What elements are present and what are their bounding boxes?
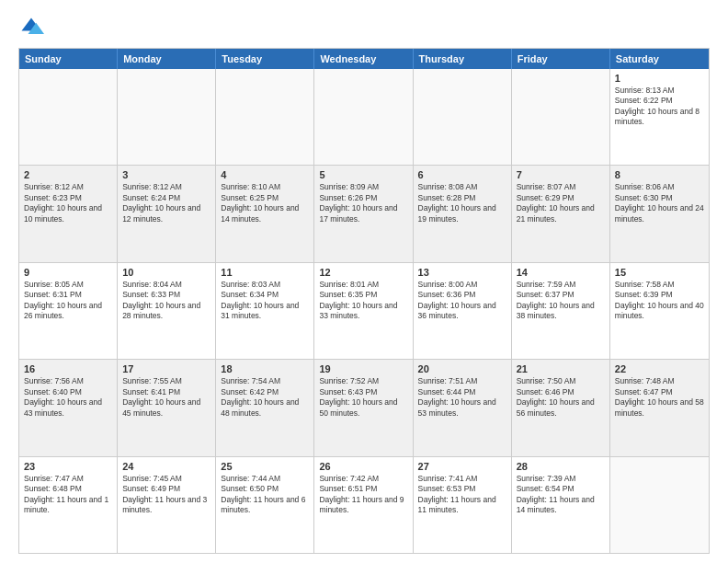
calendar-cell-6: 6Sunrise: 8:08 AM Sunset: 6:28 PM Daylig…: [414, 166, 512, 261]
calendar-cell-15: 15Sunrise: 7:58 AM Sunset: 6:39 PM Dayli…: [610, 263, 709, 359]
calendar-cell-empty-6: [610, 457, 709, 553]
day-number: 25: [221, 461, 309, 472]
calendar-cell-27: 27Sunrise: 7:41 AM Sunset: 6:53 PM Dayli…: [414, 457, 512, 553]
day-info: Sunrise: 7:56 AM Sunset: 6:40 PM Dayligh…: [24, 376, 112, 419]
day-info: Sunrise: 8:07 AM Sunset: 6:29 PM Dayligh…: [517, 182, 605, 224]
calendar-header: SundayMondayTuesdayWednesdayThursdayFrid…: [19, 49, 709, 69]
day-info: Sunrise: 8:00 AM Sunset: 6:36 PM Dayligh…: [418, 280, 506, 322]
day-number: 8: [615, 169, 704, 180]
calendar-cell-25: 25Sunrise: 7:44 AM Sunset: 6:50 PM Dayli…: [216, 457, 314, 553]
day-info: Sunrise: 7:51 AM Sunset: 6:44 PM Dayligh…: [418, 376, 506, 419]
day-number: 22: [615, 363, 704, 374]
calendar-cell-11: 11Sunrise: 8:03 AM Sunset: 6:34 PM Dayli…: [216, 263, 314, 359]
calendar-cell-empty-3: [314, 69, 413, 165]
day-number: 20: [418, 363, 506, 374]
calendar-row-2: 9Sunrise: 8:05 AM Sunset: 6:31 PM Daylig…: [19, 263, 709, 360]
day-info: Sunrise: 7:54 AM Sunset: 6:42 PM Dayligh…: [221, 376, 309, 419]
calendar-body: 1Sunrise: 8:13 AM Sunset: 6:22 PM Daylig…: [19, 69, 709, 553]
calendar-cell-2: 2Sunrise: 8:12 AM Sunset: 6:23 PM Daylig…: [19, 166, 118, 261]
day-number: 27: [418, 461, 506, 472]
calendar-row-0: 1Sunrise: 8:13 AM Sunset: 6:22 PM Daylig…: [19, 69, 709, 166]
day-number: 4: [221, 169, 309, 180]
calendar-row-3: 16Sunrise: 7:56 AM Sunset: 6:40 PM Dayli…: [19, 360, 709, 456]
calendar-cell-13: 13Sunrise: 8:00 AM Sunset: 6:36 PM Dayli…: [414, 263, 512, 359]
calendar-row-4: 23Sunrise: 7:47 AM Sunset: 6:48 PM Dayli…: [19, 457, 709, 553]
calendar-cell-7: 7Sunrise: 8:07 AM Sunset: 6:29 PM Daylig…: [512, 166, 610, 261]
day-number: 2: [24, 169, 112, 180]
day-info: Sunrise: 7:39 AM Sunset: 6:54 PM Dayligh…: [517, 474, 605, 516]
day-info: Sunrise: 7:52 AM Sunset: 6:43 PM Dayligh…: [319, 376, 407, 419]
day-info: Sunrise: 7:44 AM Sunset: 6:50 PM Dayligh…: [221, 474, 309, 516]
day-number: 12: [319, 267, 407, 278]
day-number: 13: [418, 267, 506, 278]
day-number: 15: [615, 267, 704, 278]
calendar-cell-19: 19Sunrise: 7:52 AM Sunset: 6:43 PM Dayli…: [314, 360, 413, 455]
day-info: Sunrise: 7:58 AM Sunset: 6:39 PM Dayligh…: [615, 280, 704, 322]
calendar-cell-8: 8Sunrise: 8:06 AM Sunset: 6:30 PM Daylig…: [610, 166, 709, 261]
day-info: Sunrise: 7:47 AM Sunset: 6:48 PM Dayligh…: [24, 474, 112, 516]
day-info: Sunrise: 8:06 AM Sunset: 6:30 PM Dayligh…: [615, 182, 704, 224]
day-info: Sunrise: 8:04 AM Sunset: 6:33 PM Dayligh…: [122, 280, 210, 322]
calendar-cell-14: 14Sunrise: 7:59 AM Sunset: 6:37 PM Dayli…: [512, 263, 610, 359]
calendar: SundayMondayTuesdayWednesdayThursdayFrid…: [18, 48, 710, 554]
logo-icon: [18, 15, 44, 40]
calendar-cell-empty-1: [118, 69, 216, 165]
header-day-monday: Monday: [118, 49, 216, 69]
day-number: 9: [24, 267, 112, 278]
header-day-sunday: Sunday: [19, 49, 118, 69]
calendar-cell-28: 28Sunrise: 7:39 AM Sunset: 6:54 PM Dayli…: [512, 457, 610, 553]
calendar-cell-empty-4: [414, 69, 512, 165]
day-info: Sunrise: 8:12 AM Sunset: 6:23 PM Dayligh…: [24, 182, 112, 224]
day-number: 10: [122, 267, 210, 278]
calendar-cell-26: 26Sunrise: 7:42 AM Sunset: 6:51 PM Dayli…: [314, 457, 413, 553]
day-number: 14: [517, 267, 605, 278]
day-number: 17: [122, 363, 210, 374]
day-info: Sunrise: 7:59 AM Sunset: 6:37 PM Dayligh…: [517, 280, 605, 322]
calendar-cell-9: 9Sunrise: 8:05 AM Sunset: 6:31 PM Daylig…: [19, 263, 118, 359]
header-day-friday: Friday: [512, 49, 610, 69]
calendar-cell-empty-0: [19, 69, 118, 165]
day-number: 24: [122, 461, 210, 472]
day-number: 21: [517, 363, 605, 374]
day-number: 11: [221, 267, 309, 278]
calendar-cell-1: 1Sunrise: 8:13 AM Sunset: 6:22 PM Daylig…: [610, 69, 709, 165]
calendar-cell-23: 23Sunrise: 7:47 AM Sunset: 6:48 PM Dayli…: [19, 457, 118, 553]
header: [18, 15, 710, 40]
day-info: Sunrise: 8:01 AM Sunset: 6:35 PM Dayligh…: [319, 280, 407, 322]
day-info: Sunrise: 8:10 AM Sunset: 6:25 PM Dayligh…: [221, 182, 309, 224]
calendar-cell-empty-5: [512, 69, 610, 165]
calendar-cell-3: 3Sunrise: 8:12 AM Sunset: 6:24 PM Daylig…: [118, 166, 216, 261]
day-number: 7: [517, 169, 605, 180]
day-number: 16: [24, 363, 112, 374]
calendar-cell-empty-2: [216, 69, 314, 165]
calendar-cell-4: 4Sunrise: 8:10 AM Sunset: 6:25 PM Daylig…: [216, 166, 314, 261]
day-info: Sunrise: 8:12 AM Sunset: 6:24 PM Dayligh…: [122, 182, 210, 224]
day-number: 19: [319, 363, 407, 374]
calendar-cell-21: 21Sunrise: 7:50 AM Sunset: 6:46 PM Dayli…: [512, 360, 610, 455]
logo: [18, 15, 48, 40]
calendar-cell-17: 17Sunrise: 7:55 AM Sunset: 6:41 PM Dayli…: [118, 360, 216, 455]
day-info: Sunrise: 8:03 AM Sunset: 6:34 PM Dayligh…: [221, 280, 309, 322]
day-number: 6: [418, 169, 506, 180]
day-info: Sunrise: 7:41 AM Sunset: 6:53 PM Dayligh…: [418, 474, 506, 516]
calendar-cell-24: 24Sunrise: 7:45 AM Sunset: 6:49 PM Dayli…: [118, 457, 216, 553]
calendar-row-1: 2Sunrise: 8:12 AM Sunset: 6:23 PM Daylig…: [19, 166, 709, 262]
header-day-thursday: Thursday: [414, 49, 512, 69]
day-number: 5: [319, 169, 407, 180]
day-info: Sunrise: 7:55 AM Sunset: 6:41 PM Dayligh…: [122, 376, 210, 419]
calendar-cell-22: 22Sunrise: 7:48 AM Sunset: 6:47 PM Dayli…: [610, 360, 709, 455]
day-info: Sunrise: 8:08 AM Sunset: 6:28 PM Dayligh…: [418, 182, 506, 224]
calendar-cell-20: 20Sunrise: 7:51 AM Sunset: 6:44 PM Dayli…: [414, 360, 512, 455]
day-info: Sunrise: 8:09 AM Sunset: 6:26 PM Dayligh…: [319, 182, 407, 224]
day-info: Sunrise: 7:45 AM Sunset: 6:49 PM Dayligh…: [122, 474, 210, 516]
calendar-cell-18: 18Sunrise: 7:54 AM Sunset: 6:42 PM Dayli…: [216, 360, 314, 455]
day-number: 26: [319, 461, 407, 472]
day-info: Sunrise: 7:48 AM Sunset: 6:47 PM Dayligh…: [615, 376, 704, 419]
header-day-wednesday: Wednesday: [314, 49, 413, 69]
header-day-saturday: Saturday: [610, 49, 709, 69]
day-number: 18: [221, 363, 309, 374]
calendar-cell-16: 16Sunrise: 7:56 AM Sunset: 6:40 PM Dayli…: [19, 360, 118, 455]
day-info: Sunrise: 7:50 AM Sunset: 6:46 PM Dayligh…: [517, 376, 605, 419]
day-info: Sunrise: 8:05 AM Sunset: 6:31 PM Dayligh…: [24, 280, 112, 322]
day-number: 1: [615, 73, 704, 84]
